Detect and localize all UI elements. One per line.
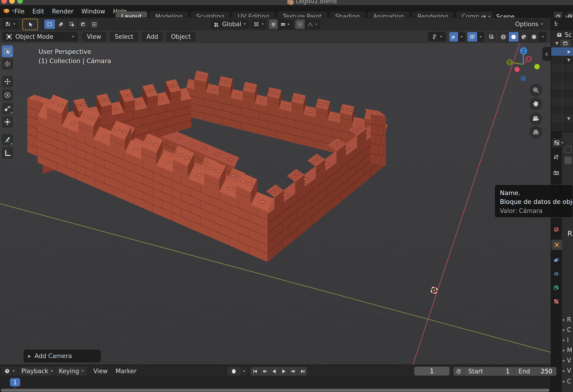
outliner-row-selected[interactable]: ▶ <box>551 47 573 56</box>
pan-view-button[interactable] <box>529 98 542 110</box>
scrollbar-thumb[interactable] <box>1 389 550 392</box>
sidebar-toggle-tab[interactable]: ‹ <box>542 47 551 61</box>
mode-dropdown[interactable]: Object Mode <box>2 32 78 41</box>
timeline-menu-keying[interactable]: Keying <box>56 367 87 375</box>
outliner-row-collection[interactable]: ▼ <box>551 39 573 47</box>
frame-start-field[interactable]: Start 1 <box>464 367 514 376</box>
shading-material[interactable] <box>519 32 529 42</box>
viewport-menu-view[interactable]: View <box>82 32 106 41</box>
use-preview-range-toggle[interactable] <box>453 367 464 376</box>
close-window-button[interactable] <box>1 0 7 4</box>
outliner-row[interactable] <box>551 64 573 72</box>
proportional-editing-toggle[interactable] <box>295 19 304 29</box>
jump-to-start-button[interactable] <box>251 367 260 376</box>
viewport-menu-object[interactable]: Object <box>166 32 196 41</box>
xray-toggle[interactable] <box>487 32 496 41</box>
editor-type-selector[interactable] <box>2 19 18 29</box>
outliner-editor-icon[interactable] <box>554 21 559 27</box>
overlays-dropdown[interactable] <box>477 32 484 42</box>
operator-panel-add-camera[interactable]: ▸ Add Camera <box>24 350 101 362</box>
panel-custom-properties[interactable]: ▸C <box>562 377 573 386</box>
panel-instancing[interactable]: ▸I <box>562 335 573 345</box>
options-dropdown[interactable]: Options <box>516 19 542 29</box>
shading-solid[interactable] <box>509 32 519 42</box>
overlays-toggle[interactable] <box>467 32 477 42</box>
auto-keying-dropdown[interactable] <box>240 367 248 376</box>
tool-scale[interactable] <box>2 103 13 114</box>
panel-visibility[interactable]: ▸V <box>562 356 573 365</box>
properties-tab-world[interactable] <box>551 224 561 234</box>
outliner-row[interactable] <box>551 106 573 114</box>
shading-wireframe[interactable] <box>499 32 508 42</box>
play-reverse-button[interactable] <box>269 367 279 376</box>
panel-motion-paths[interactable]: ▸M <box>562 346 573 355</box>
prev-keyframe-button[interactable] <box>260 367 269 376</box>
show-object-types-dropdown[interactable] <box>428 32 446 41</box>
properties-editor-selector[interactable] <box>552 138 566 147</box>
menu-edit[interactable]: Edit <box>32 8 45 15</box>
proportional-falloff-dropdown[interactable] <box>304 19 320 29</box>
blender-logo-icon[interactable] <box>2 6 11 15</box>
minimize-window-button[interactable] <box>9 0 15 4</box>
select-mode-extend[interactable] <box>55 19 66 29</box>
tool-transform[interactable] <box>2 116 13 128</box>
timeline-menu-marker[interactable]: Marker <box>115 368 137 374</box>
snap-toggle[interactable] <box>269 19 278 29</box>
orthographic-view-button[interactable] <box>529 126 542 139</box>
panel-viewport-display[interactable]: ▸V <box>562 366 573 375</box>
select-mode-invert[interactable] <box>78 19 89 29</box>
menu-window[interactable]: Window <box>80 8 106 15</box>
next-keyframe-button[interactable] <box>288 367 298 376</box>
outliner-row[interactable]: ▼ <box>551 56 573 64</box>
properties-tab-constraints[interactable] <box>551 269 561 279</box>
zoom-view-button[interactable] <box>529 84 542 97</box>
properties-tab-render[interactable] <box>551 168 561 178</box>
current-frame-field[interactable]: 1 <box>414 367 449 375</box>
outliner-row[interactable] <box>551 89 573 98</box>
panel-collections[interactable]: ▸C <box>562 325 573 334</box>
outliner-row[interactable] <box>551 81 573 89</box>
timeline-ruler[interactable] <box>0 377 551 389</box>
gizmo-x-negative[interactable] <box>515 67 519 72</box>
outliner-row[interactable]: ▼ <box>551 114 573 123</box>
shading-dropdown[interactable] <box>539 32 546 42</box>
select-mode-intersect[interactable] <box>89 19 100 29</box>
panel-relations[interactable]: ▸R <box>562 315 573 324</box>
properties-tab-object[interactable] <box>551 240 562 250</box>
select-mode-subtract[interactable] <box>67 19 77 29</box>
camera-view-button[interactable] <box>529 112 542 125</box>
menu-render[interactable]: Render <box>51 8 74 15</box>
collection-button[interactable] <box>560 40 571 47</box>
properties-tab-texture[interactable] <box>551 296 561 306</box>
viewport-menu-select[interactable]: Select <box>109 32 138 41</box>
pivot-point-dropdown[interactable] <box>251 19 266 29</box>
shading-rendered[interactable] <box>529 32 539 42</box>
outliner-row[interactable] <box>551 123 573 131</box>
select-mode-new[interactable] <box>44 19 55 29</box>
tool-cursor[interactable] <box>2 58 13 70</box>
snap-target-dropdown[interactable] <box>278 19 292 29</box>
timeline-menu-view[interactable]: View <box>92 368 109 374</box>
tool-rotate[interactable] <box>2 89 13 101</box>
cursor-3d[interactable] <box>429 285 439 295</box>
viewport-canvas[interactable] <box>0 43 551 365</box>
outliner-row[interactable] <box>551 72 573 81</box>
gizmos-dropdown[interactable] <box>458 32 465 42</box>
outliner-row-scene-collection[interactable]: Sc <box>551 31 573 39</box>
menu-file[interactable]: File <box>14 8 26 15</box>
lego-structure[interactable] <box>27 71 388 262</box>
tool-select-box[interactable] <box>2 46 13 57</box>
frame-end-field[interactable]: End 250 <box>514 367 556 376</box>
gizmo-z-negative[interactable] <box>521 76 526 81</box>
maximize-window-button[interactable] <box>17 0 23 4</box>
properties-tab-tool[interactable] <box>551 152 561 162</box>
active-tool-button[interactable] <box>22 18 38 30</box>
auto-keying-toggle[interactable] <box>227 367 240 376</box>
timeline-menu-playback[interactable]: Playback <box>19 367 55 375</box>
navigation-gizmo[interactable]: Z X Y <box>501 44 548 90</box>
jump-to-end-button[interactable] <box>298 367 307 376</box>
outliner-row[interactable] <box>551 98 573 106</box>
viewport-menu-add[interactable]: Add <box>142 32 163 41</box>
play-button[interactable] <box>279 367 288 376</box>
gizmos-toggle[interactable] <box>449 32 458 42</box>
